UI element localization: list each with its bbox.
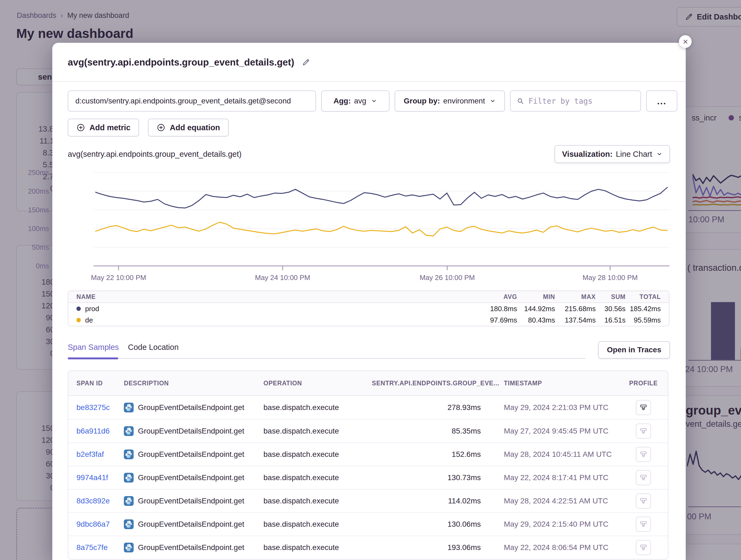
span-sample-row[interactable]: b2ef3fafGroupEventDetailsEndpoint.getbas… <box>68 443 668 466</box>
summary-avg: 97.69ms <box>476 316 517 324</box>
profile-button[interactable] <box>636 470 651 485</box>
add-equation-button[interactable]: Add equation <box>148 118 228 137</box>
span-description: GroupEventDetailsEndpoint.get <box>124 496 263 506</box>
profile-icon <box>639 497 648 505</box>
series-name: prod <box>85 305 99 313</box>
span-id-link[interactable]: b6a911d6 <box>76 427 124 435</box>
span-sample-row[interactable]: be83275cGroupEventDetailsEndpoint.getbas… <box>68 396 668 419</box>
span-sample-row[interactable]: 9dbc86a7GroupEventDetailsEndpoint.getbas… <box>68 512 668 536</box>
span-id-link[interactable]: b2ef3faf <box>76 450 124 459</box>
close-icon <box>682 38 689 45</box>
profile-icon <box>639 427 648 435</box>
span-samples-table: SPAN ID DESCRIPTION OPERATION SENTRY.API… <box>68 371 668 559</box>
summary-avg: 180.8ms <box>476 305 517 313</box>
chevron-down-icon <box>490 98 496 104</box>
edit-title-button[interactable] <box>302 58 310 66</box>
span-id-link[interactable]: 9dbc86a7 <box>76 520 124 529</box>
span-timestamp: May 22, 2024 8:06:54 PM UTC <box>481 543 627 552</box>
profile-button[interactable] <box>636 540 651 555</box>
y-axis-tick-label: 200ms <box>6 187 49 195</box>
span-duration: 130.06ms <box>372 520 481 529</box>
divider <box>52 81 686 82</box>
y-axis-tick-label: 0ms <box>6 261 49 270</box>
span-timestamp: May 22, 2024 8:17:41 PM UTC <box>481 473 627 482</box>
span-duration: 193.06ms <box>372 543 481 552</box>
span-timestamp: May 27, 2024 9:45:45 PM UTC <box>481 427 627 435</box>
visualization-select[interactable]: Visualization: Line Chart <box>554 145 670 163</box>
python-icon <box>124 519 134 529</box>
x-axis-tick-label: May 26 10:00 PM <box>419 273 475 282</box>
summary-total: 95.59ms <box>625 316 661 324</box>
summary-row[interactable]: de97.69ms80.43ms137.54ms16.51s95.59ms <box>68 314 669 326</box>
python-icon <box>124 496 134 506</box>
tab-code-location[interactable]: Code Location <box>128 343 179 352</box>
span-operation: base.dispatch.execute <box>263 543 372 552</box>
active-tab-indicator <box>68 357 118 359</box>
span-sample-row[interactable]: 9974a41fGroupEventDetailsEndpoint.getbas… <box>68 466 668 489</box>
profile-icon <box>639 474 648 482</box>
summary-sum: 30.56s <box>596 305 625 313</box>
span-operation: base.dispatch.execute <box>263 473 372 482</box>
summary-min: 144.92ms <box>517 305 555 313</box>
span-id-link[interactable]: be83275c <box>76 403 124 412</box>
span-sample-row[interactable]: b6a911d6GroupEventDetailsEndpoint.getbas… <box>68 419 668 443</box>
profile-icon <box>639 403 648 412</box>
span-description: GroupEventDetailsEndpoint.get <box>124 450 263 459</box>
add-metric-button[interactable]: Add metric <box>68 118 139 137</box>
profile-icon <box>639 520 648 528</box>
summary-row[interactable]: prod180.8ms144.92ms215.68ms30.56s185.42m… <box>68 303 669 314</box>
profile-button[interactable] <box>636 493 651 508</box>
span-timestamp: May 29, 2024 2:21:03 PM UTC <box>481 403 627 412</box>
span-timestamp: May 28, 2024 10:45:11 AM UTC <box>481 450 627 459</box>
span-operation: base.dispatch.execute <box>263 427 372 435</box>
metric-line-chart: May 22 10:00 PMMay 24 10:00 PMMay 26 10:… <box>93 168 669 296</box>
metric-query-input[interactable] <box>68 90 316 111</box>
span-id-link[interactable]: 9974a41f <box>76 473 124 482</box>
span-sample-row[interactable]: 8d3c892eGroupEventDetailsEndpoint.getbas… <box>68 489 668 512</box>
span-operation: base.dispatch.execute <box>263 403 372 412</box>
group-by-label: Group by: <box>404 97 440 105</box>
span-duration: 130.73ms <box>372 473 481 482</box>
metric-chart-svg <box>93 168 669 274</box>
span-description: GroupEventDetailsEndpoint.get <box>124 519 263 529</box>
modal-close-button[interactable] <box>679 35 692 48</box>
profile-button[interactable] <box>636 423 651 439</box>
span-operation: base.dispatch.execute <box>263 520 372 529</box>
visualization-value: Line Chart <box>616 150 652 159</box>
python-icon <box>124 543 134 552</box>
app: Dashboards › My new dashboard My new das… <box>0 0 741 560</box>
span-duration: 278.93ms <box>372 403 481 412</box>
python-icon <box>124 426 134 436</box>
group-by-select[interactable]: Group by: environment <box>395 90 505 111</box>
profile-button[interactable] <box>636 400 651 415</box>
chart-y-axis: 0ms50ms100ms150ms200ms250ms <box>6 168 49 274</box>
span-description: GroupEventDetailsEndpoint.get <box>124 426 263 436</box>
plus-circle-icon <box>76 123 85 132</box>
span-table-header: SPAN ID DESCRIPTION OPERATION SENTRY.API… <box>68 371 668 396</box>
legend-dot <box>76 307 81 311</box>
y-axis-tick-label: 50ms <box>6 243 49 252</box>
summary-max: 215.68ms <box>555 305 596 313</box>
span-timestamp: May 28, 2024 4:22:51 AM UTC <box>481 497 627 505</box>
span-duration: 114.02ms <box>372 497 481 505</box>
open-in-traces-button[interactable]: Open in Traces <box>598 341 670 358</box>
span-id-link[interactable]: 8a75c7fe <box>76 543 124 552</box>
aggregation-value: avg <box>354 97 366 105</box>
span-description: GroupEventDetailsEndpoint.get <box>124 543 263 552</box>
tabs-divider <box>68 358 586 359</box>
x-axis-tick-label: May 24 10:00 PM <box>255 273 310 282</box>
span-sample-row[interactable]: 8a75c7feGroupEventDetailsEndpoint.getbas… <box>68 536 668 559</box>
more-options-button[interactable]: ... <box>646 90 677 111</box>
profile-button[interactable] <box>636 517 651 532</box>
span-duration: 152.6ms <box>372 450 481 459</box>
span-id-link[interactable]: 8d3c892e <box>76 497 124 505</box>
chart-query-label: avg(sentry.api.endpoints.group_event_det… <box>68 150 242 159</box>
search-icon <box>517 97 524 105</box>
aggregation-select[interactable]: Agg: avg <box>321 90 390 111</box>
aggregation-label: Agg: <box>334 97 351 105</box>
pencil-icon <box>302 58 310 66</box>
series-name: de <box>85 316 93 324</box>
profile-button[interactable] <box>636 447 651 462</box>
tab-span-samples[interactable]: Span Samples <box>68 343 119 352</box>
tag-filter-input[interactable] <box>529 97 634 106</box>
